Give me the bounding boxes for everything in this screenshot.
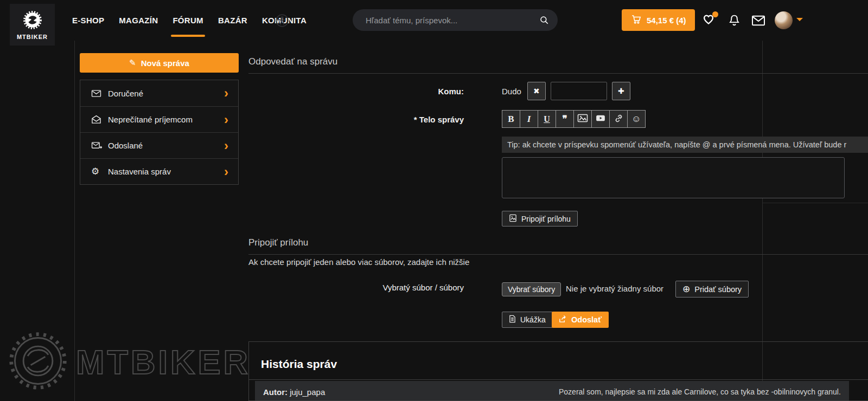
attachment-section-title: Pripojiť prílohu [248,237,868,255]
chevron-right-icon: › [224,114,228,125]
quote-button[interactable]: ❞ [556,110,574,128]
history-header: História správ [249,342,868,380]
no-file-text: Nie je vybratý žiadny súbor [566,284,663,293]
attachment-image-icon [509,214,517,224]
sidebar-item-dorucene[interactable]: Doručené › [80,80,238,106]
remove-recipient-button[interactable]: ✖ [527,82,546,100]
favorites-badge [712,11,718,17]
mtbiker-logo[interactable]: MTBIKER [10,4,55,46]
history-row: Autor: juju_papa Pozeral som, najlepsie … [255,381,849,401]
right-cell-divider [762,203,868,203]
search-input[interactable] [365,15,539,25]
history-message: Pozeral som, najlepsie sa mi zda ale Car… [559,387,841,401]
top-navbar: MTBIKER E-SHOP MAGAZÍN FÓRUM BAZÁR KOMUN… [0,0,868,41]
bold-button[interactable]: B [502,110,520,128]
logo-brand-text: MTBIKER [17,34,48,40]
mtbiker-gear-icon [22,10,43,33]
history-author-name: juju_papa [290,387,325,397]
formatting-toolbar: B I U ❞ [502,110,646,128]
background-watermark: MTBIKER [8,331,251,393]
nav-bazar[interactable]: BAZÁR [218,16,247,25]
message-history-panel: História správ Autor: juju_papa Pozeral … [248,341,868,401]
inbox-envelope-icon [91,89,103,98]
youtube-icon [596,114,605,124]
chevron-right-icon: › [224,88,228,99]
page: MTBIKER E-SHOP MAGAZÍN FÓRUM BAZÁR KOMUN… [0,0,868,401]
add-files-button[interactable]: ⊕ Pridať súbory [675,281,749,297]
quote-icon: ❞ [562,113,567,125]
nav-eshop[interactable]: E-SHOP [72,16,104,25]
send-share-icon [559,315,567,325]
mention-tip: Tip: ak chcete v príspevku spomenúť užív… [502,137,868,153]
reply-section-title: Odpovedať na správu [248,56,868,74]
watermark-gear-icon [8,331,68,393]
send-button[interactable]: Odoslať [552,312,609,328]
favorites-heart-icon[interactable] [701,12,717,27]
unread-envelope-icon [91,115,103,124]
message-body-textarea[interactable] [502,157,845,198]
preview-button[interactable]: Ukážka [502,312,553,328]
chevron-right-icon: › [224,140,228,151]
sent-envelope-icon [91,141,103,150]
recipient-row: Dudo ✖ ✚ [502,82,630,100]
watermark-brand-text: MTBIKER [76,342,251,381]
smiley-icon: ☺ [631,114,641,125]
document-icon [509,315,516,325]
to-label: Komu: [248,87,464,96]
italic-button[interactable]: I [520,110,538,128]
nav-magazin[interactable]: MAGAZÍN [119,16,158,25]
accessibility-icon[interactable] [275,14,289,28]
nav-forum[interactable]: FÓRUM [173,16,203,25]
attach-file-button[interactable]: Pripojiť prílohu [502,211,578,227]
underline-button[interactable]: U [538,110,556,128]
user-menu-caret-icon[interactable] [796,18,803,21]
image-icon [577,114,588,124]
link-icon [614,114,623,125]
notifications-bell-icon[interactable] [727,13,741,28]
cart-button[interactable]: 54,15 € (4) [622,9,695,31]
user-avatar[interactable] [775,11,793,29]
choose-files-button[interactable]: Vybrať súbory [502,282,561,296]
sidebar-item-neprecitane[interactable]: Neprečítané príjemcom › [80,106,238,132]
selected-files-label: Vybratý súbor / súbory [248,283,464,292]
circle-plus-icon: ⊕ [682,283,690,295]
main-nav: E-SHOP MAGAZÍN FÓRUM BAZÁR KOMUNITA [72,0,307,41]
attachment-hint: Ak chcete pripojiť jeden alebo viac súbo… [248,257,469,267]
pencil-icon: ✎ [129,58,136,68]
new-message-button[interactable]: ✎ Nová správa [80,53,239,73]
plus-icon: ✚ [618,87,624,95]
close-icon: ✖ [533,87,540,95]
messages-menu: Doručené › Neprečítané príjemcom › Odosl… [80,80,239,185]
search-icon[interactable] [539,15,549,25]
insert-youtube-button[interactable] [591,110,610,128]
cart-icon [630,14,642,27]
insert-link-button[interactable] [609,110,628,128]
insert-smiley-button[interactable]: ☺ [627,110,646,128]
active-tab-underline [171,35,205,37]
left-column-divider [74,41,75,401]
insert-image-button[interactable] [573,110,592,128]
messages-envelope-icon[interactable] [751,15,766,27]
cart-total: 54,15 € (4) [647,16,686,25]
history-title: História správ [261,358,337,371]
add-recipient-button[interactable]: ✚ [612,82,630,100]
recipient-name: Dudo [502,87,521,96]
sidebar-item-odoslane[interactable]: Odoslané › [80,132,238,158]
settings-gear-icon: ⚙ [91,166,103,177]
sidebar-item-nastavenia[interactable]: ⚙ Nastavenia správ › [80,158,238,184]
body-label: * Telo správy [248,115,464,124]
search-bar [353,9,558,31]
add-recipient-input[interactable] [551,82,607,100]
history-author: Autor: juju_papa [263,387,559,401]
chevron-right-icon: › [224,166,228,177]
